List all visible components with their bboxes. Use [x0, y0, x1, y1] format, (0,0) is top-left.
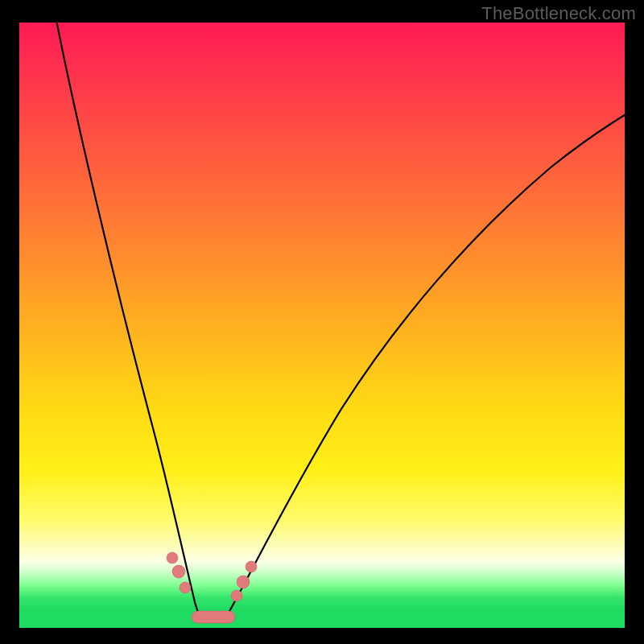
- marker-dot: [167, 552, 178, 564]
- marker-dot: [180, 582, 191, 593]
- plot-area: [19, 23, 625, 628]
- curve-right-branch: [225, 111, 625, 618]
- trough-markers: [167, 552, 257, 623]
- marker-dot: [246, 561, 257, 572]
- watermark-text: TheBottleneck.com: [481, 3, 636, 24]
- trough-capsule: [192, 611, 235, 623]
- bottleneck-curve: [19, 23, 625, 628]
- curve-left-branch: [56, 23, 202, 618]
- chart-frame: TheBottleneck.com: [0, 0, 644, 644]
- marker-dot: [237, 576, 250, 588]
- marker-dot: [231, 590, 242, 601]
- marker-dot: [172, 565, 185, 578]
